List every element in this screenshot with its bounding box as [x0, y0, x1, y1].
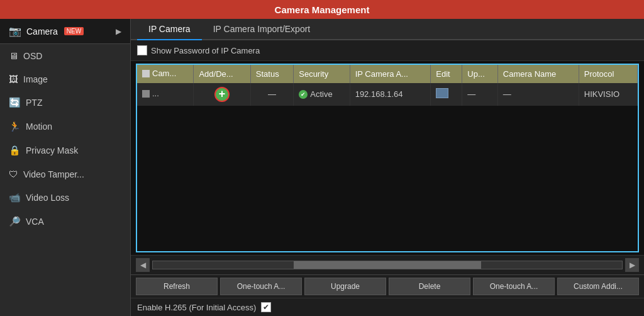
upgrade-button[interactable]: Upgrade: [304, 278, 386, 295]
cell-camera-name: —: [497, 83, 579, 106]
delete-button[interactable]: Delete: [389, 278, 470, 295]
col-header-edit: Edit: [431, 65, 462, 83]
camera-icon: 📷: [9, 25, 21, 37]
sidebar-item-ptz[interactable]: 🔄 PTZ: [0, 91, 130, 115]
status-dot-icon: ✔: [299, 90, 308, 99]
video-loss-label: Video Loss: [26, 193, 69, 203]
title-bar: Camera Management: [0, 0, 644, 19]
sidebar-item-vca[interactable]: 🔎 VCA: [0, 210, 130, 234]
tab-ip-camera-import-export[interactable]: IP Camera Import/Export: [202, 19, 322, 40]
sidebar-item-image[interactable]: 🖼 Image: [0, 67, 130, 91]
scroll-left-icon: ◀: [140, 261, 146, 269]
scroll-right-icon: ▶: [630, 261, 635, 269]
motion-icon: 🏃: [9, 121, 21, 132]
show-password-label: Show Password of IP Camera: [151, 46, 260, 55]
col-header-protocol: Protocol: [579, 65, 637, 83]
refresh-button[interactable]: Refresh: [136, 278, 218, 295]
one-touch-a2-button[interactable]: One-touch A...: [473, 278, 555, 295]
custom-addi-button[interactable]: Custom Addi...: [557, 278, 639, 295]
h265-label: Enable H.265 (For Initial Access): [137, 303, 256, 312]
scrollbar-thumb[interactable]: [294, 261, 481, 269]
ptz-label: PTZ: [26, 98, 42, 108]
col-header-status: Status: [250, 65, 293, 83]
ptz-icon: 🔄: [9, 97, 21, 108]
edit-icon[interactable]: [436, 88, 448, 98]
col-header-up: Up...: [462, 65, 497, 83]
button-row: Refresh One-touch A... Upgrade Delete On…: [131, 274, 644, 298]
vca-label: VCA: [26, 217, 44, 227]
show-password-row: Show Password of IP Camera: [131, 40, 644, 61]
h265-checkbox[interactable]: ✔: [261, 302, 271, 312]
col-header-add-del: Add/De...: [194, 65, 250, 83]
image-label: Image: [23, 74, 48, 84]
osd-label: OSD: [23, 51, 42, 61]
cell-up: —: [462, 83, 497, 106]
sidebar-item-camera[interactable]: 📷 Camera NEW ▶: [0, 19, 130, 44]
sidebar-item-osd[interactable]: 🖥 OSD: [0, 44, 130, 67]
camera-table: Cam... Add/De... Status Security IP Came…: [137, 65, 638, 106]
scrollbar-row: ◀ ▶: [131, 255, 644, 274]
col-header-security: Security: [294, 65, 350, 83]
camera-label: Camera: [26, 26, 58, 37]
cell-security: ✔ Active: [294, 83, 350, 106]
camera-table-wrapper: Cam... Add/De... Status Security IP Came…: [136, 64, 639, 252]
sidebar-item-motion[interactable]: 🏃 Motion: [0, 115, 130, 138]
checkmark-icon: ✔: [263, 303, 269, 312]
sidebar-item-video-tamper[interactable]: 🛡 Video Tamper...: [0, 162, 130, 186]
cell-status: —: [250, 83, 293, 106]
sidebar-item-privacy-mask[interactable]: 🔒 Privacy Mask: [0, 138, 130, 162]
cell-cam: ...: [137, 83, 194, 106]
video-tamper-icon: 🛡: [9, 169, 18, 179]
one-touch-a1-button[interactable]: One-touch A...: [220, 278, 302, 295]
scrollbar-track[interactable]: [152, 261, 623, 269]
scroll-left-button[interactable]: ◀: [136, 258, 150, 272]
col-header-camera-name: Camera Name: [497, 65, 579, 83]
video-tamper-label: Video Tamper...: [23, 169, 84, 179]
vca-icon: 🔎: [9, 216, 21, 227]
sidebar-item-video-loss[interactable]: 📹 Video Loss: [0, 186, 130, 210]
arrow-right-icon: ▶: [116, 27, 121, 36]
image-icon: 🖼: [9, 74, 18, 84]
show-password-checkbox[interactable]: [137, 45, 147, 55]
motion-label: Motion: [26, 121, 52, 132]
scroll-right-button[interactable]: ▶: [625, 258, 639, 272]
tab-bar: IP Camera IP Camera Import/Export: [131, 19, 644, 40]
security-status-label: Active: [310, 89, 332, 99]
title-label: Camera Management: [275, 4, 370, 15]
h265-row: Enable H.265 (For Initial Access) ✔: [131, 298, 644, 316]
osd-icon: 🖥: [9, 50, 18, 61]
col-header-cam: Cam...: [137, 65, 194, 83]
tab-ip-camera[interactable]: IP Camera: [137, 19, 202, 40]
main-layout: 📷 Camera NEW ▶ 🖥 OSD 🖼 Image 🔄 PTZ 🏃 Mot…: [0, 19, 644, 316]
cell-protocol: HIKVISIO: [579, 83, 637, 106]
privacy-mask-label: Privacy Mask: [26, 145, 78, 155]
col-header-ip: IP Camera A...: [350, 65, 431, 83]
table-header-row: Cam... Add/De... Status Security IP Came…: [137, 65, 638, 83]
sidebar: 📷 Camera NEW ▶ 🖥 OSD 🖼 Image 🔄 PTZ 🏃 Mot…: [0, 19, 131, 316]
video-loss-icon: 📹: [9, 192, 21, 203]
cell-ip: 192.168.1.64: [350, 83, 431, 106]
privacy-mask-icon: 🔒: [9, 145, 21, 156]
cell-add-del[interactable]: +: [194, 83, 250, 106]
cell-edit[interactable]: [431, 83, 462, 106]
content-area: IP Camera IP Camera Import/Export Show P…: [131, 19, 644, 316]
table-row: ... + — ✔ Active 192: [137, 83, 638, 106]
add-delete-button[interactable]: +: [214, 87, 230, 102]
new-badge: NEW: [64, 27, 84, 35]
